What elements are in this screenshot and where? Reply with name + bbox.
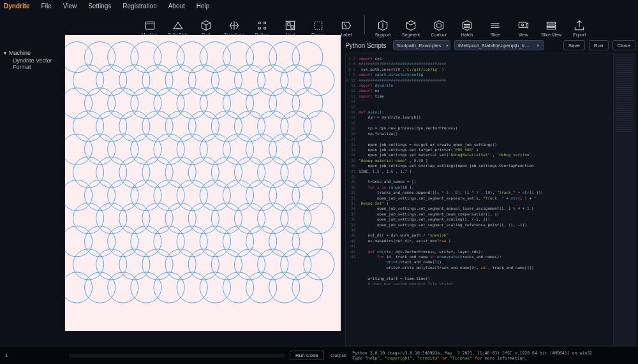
- svg-point-53: [142, 203, 173, 234]
- svg-point-26: [85, 88, 115, 119]
- minimap[interactable]: [613, 54, 635, 346]
- svg-rect-10: [547, 22, 555, 24]
- svg-point-35: [108, 42, 138, 73]
- console: Python 3.8.10 (tags/v3.8.10:3d8993a, May…: [352, 351, 638, 361]
- tool-build-style[interactable]: Build Style: [166, 13, 190, 37]
- svg-point-108: [258, 203, 288, 234]
- svg-point-61: [154, 134, 184, 164]
- script-category-dropdown[interactable]: Toolpath_Examples ▼: [393, 40, 450, 50]
- svg-point-99: [235, 249, 265, 280]
- tool-segment[interactable]: Segment: [399, 13, 423, 37]
- svg-point-106: [258, 157, 288, 187]
- svg-point-37: [108, 88, 138, 119]
- scripts-title: Python Scripts: [345, 42, 389, 49]
- svg-point-109: [246, 226, 277, 257]
- part-icon: [200, 19, 212, 32]
- tree-child[interactable]: Dyndrite Vector Format: [4, 57, 61, 70]
- code-gutter: 1 2 3 4 5 6 7 8 9 10 11 12 13 14 15 16 1…: [346, 54, 357, 346]
- run-code-button[interactable]: Run Code: [290, 351, 324, 360]
- tool-label: Support: [375, 33, 391, 37]
- svg-point-101: [246, 42, 277, 73]
- menu-registration[interactable]: Registration: [122, 3, 156, 10]
- svg-point-123: [292, 42, 323, 73]
- svg-point-88: [212, 249, 242, 280]
- svg-point-65: [154, 226, 184, 257]
- run-button[interactable]: Run: [589, 40, 609, 50]
- tool-label[interactable]: Label: [334, 13, 359, 37]
- transform-icon: [228, 19, 241, 32]
- tool-nest[interactable]: Nest: [278, 13, 302, 37]
- svg-point-72: [177, 134, 207, 164]
- svg-point-89: [200, 272, 231, 303]
- dd2-value: \Meltpool_Stability\openpjb_tracks_test.…: [458, 43, 532, 48]
- code-area[interactable]: import sys #############################…: [357, 54, 613, 346]
- svg-point-112: [269, 42, 300, 73]
- footer: 1 Run Code Output: Python 3.8.10 (tags/v…: [0, 346, 638, 364]
- svg-point-83: [200, 134, 231, 164]
- label-icon: [340, 19, 353, 32]
- svg-point-64: [165, 203, 196, 234]
- svg-point-94: [223, 134, 254, 164]
- svg-point-3: [258, 27, 260, 29]
- svg-point-38: [119, 111, 150, 142]
- tree-root[interactable]: ▾ Machine: [4, 50, 61, 56]
- tool-export[interactable]: Export: [567, 13, 591, 37]
- tool-transform[interactable]: Transform: [222, 13, 246, 37]
- menu-about[interactable]: About: [168, 3, 185, 10]
- svg-point-87: [200, 226, 231, 257]
- svg-point-34: [85, 272, 115, 303]
- main-area: ▾ Machine Dyndrite Vector Format Python …: [0, 38, 638, 346]
- svg-point-55: [142, 249, 173, 280]
- svg-point-97: [235, 203, 265, 234]
- svg-point-85: [200, 180, 231, 210]
- tool-label: Segment: [402, 33, 420, 37]
- close-button[interactable]: Close: [612, 40, 635, 50]
- tool-hatch[interactable]: Hatch: [455, 13, 479, 37]
- segment-icon: [404, 19, 417, 32]
- tool-region[interactable]: Region: [306, 13, 330, 37]
- menu-help[interactable]: Help: [197, 3, 210, 10]
- svg-point-20: [73, 203, 104, 234]
- menu-file[interactable]: File: [41, 3, 52, 10]
- menu-settings[interactable]: Settings: [88, 3, 111, 10]
- script-file-dropdown[interactable]: \Meltpool_Stability\openpjb_tracks_test.…: [454, 40, 544, 50]
- tool-contour[interactable]: Contour: [427, 13, 451, 37]
- tool-view[interactable]: View: [511, 13, 535, 37]
- pattern-icon: [256, 19, 269, 32]
- svg-point-105: [246, 134, 277, 164]
- nest-icon: [284, 19, 297, 32]
- svg-point-14: [73, 65, 104, 96]
- svg-point-102: [258, 65, 288, 96]
- tool-slice[interactable]: Slice: [483, 13, 507, 37]
- tool-slice-view[interactable]: Slice View: [539, 13, 563, 37]
- svg-point-44: [119, 249, 150, 280]
- tool-label: Label: [341, 33, 352, 37]
- tool-machine[interactable]: Machine: [138, 13, 162, 37]
- svg-point-67: [154, 272, 184, 303]
- svg-point-119: [281, 203, 311, 234]
- save-button[interactable]: Save: [563, 40, 585, 50]
- svg-point-111: [246, 272, 277, 303]
- svg-point-45: [108, 272, 138, 303]
- svg-point-17: [65, 134, 93, 164]
- svg-rect-11: [547, 25, 555, 27]
- code-editor[interactable]: 1 2 3 4 5 6 7 8 9 10 11 12 13 14 15 16 1…: [345, 54, 635, 346]
- svg-point-100: [223, 272, 254, 303]
- svg-point-125: [292, 88, 323, 119]
- menu-bar: Dyndrite File View Settings Registration…: [0, 0, 638, 11]
- svg-point-28: [85, 134, 115, 164]
- tool-pattern[interactable]: Pattern: [250, 13, 274, 37]
- svg-point-54: [131, 226, 161, 257]
- svg-point-117: [281, 157, 311, 187]
- tree-child-label: Dyndrite Vector Format: [13, 57, 52, 70]
- menu-view[interactable]: View: [63, 3, 77, 10]
- tool-label: View: [518, 33, 528, 37]
- svg-point-129: [292, 180, 323, 210]
- svg-point-43: [108, 226, 138, 257]
- tool-support[interactable]: Support: [371, 13, 395, 37]
- svg-point-60: [165, 111, 196, 142]
- svg-point-33: [96, 249, 127, 280]
- viewport[interactable]: [64, 34, 341, 331]
- svg-point-103: [246, 88, 277, 119]
- tool-part[interactable]: Part: [194, 13, 218, 37]
